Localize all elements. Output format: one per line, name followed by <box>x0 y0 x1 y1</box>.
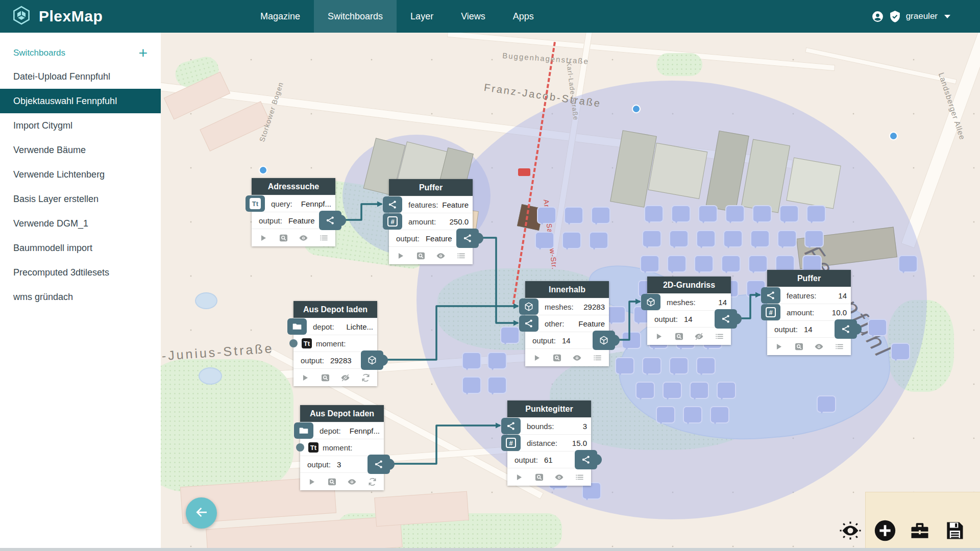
map-marker[interactable] <box>644 205 664 222</box>
play-button[interactable] <box>258 233 268 243</box>
input-port[interactable] <box>289 339 298 347</box>
map-marker[interactable] <box>667 255 687 272</box>
map-marker[interactable] <box>462 377 481 394</box>
input-port[interactable] <box>761 287 780 304</box>
map-marker[interactable] <box>898 255 918 272</box>
search-button[interactable] <box>327 477 337 487</box>
map-marker[interactable] <box>615 357 634 374</box>
input-port[interactable] <box>519 315 538 332</box>
brand[interactable]: PlexMap <box>0 0 161 33</box>
search-button[interactable] <box>534 472 544 482</box>
input-port[interactable]: # <box>383 213 402 230</box>
map-marker[interactable] <box>725 205 745 222</box>
input-port[interactable] <box>519 298 538 315</box>
map-marker[interactable] <box>694 255 714 272</box>
output-port[interactable] <box>319 211 341 230</box>
input-port[interactable]: # <box>501 435 521 451</box>
map-marker[interactable] <box>748 255 768 272</box>
sidebar-item-basis-layer-erstellen[interactable]: Basis Layer erstellen <box>0 187 161 211</box>
input-port[interactable] <box>294 422 313 439</box>
node-param-row[interactable]: depot:Lichte... <box>293 318 377 335</box>
sidebar-item-datei-upload-fennpfuhl[interactable]: Datei-Upload Fennpfuhl <box>0 64 161 89</box>
refresh-button[interactable] <box>361 373 371 383</box>
play-button[interactable] <box>396 251 405 261</box>
map-marker[interactable] <box>537 207 556 224</box>
eye-off-button[interactable] <box>340 373 350 383</box>
nav-tab-views[interactable]: Views <box>447 0 499 33</box>
node-param-row[interactable]: depot:Fennpf... <box>300 422 384 439</box>
node-param-row[interactable]: features:14 <box>767 287 851 304</box>
node-title[interactable]: Puffer <box>389 179 473 196</box>
node-output-row[interactable]: output:14 <box>647 310 731 327</box>
toolbox-button[interactable] <box>908 518 932 543</box>
node-title[interactable]: Puffer <box>767 270 851 287</box>
play-button[interactable] <box>300 373 310 383</box>
node-title[interactable]: Adresssuche <box>252 178 335 195</box>
nav-tab-apps[interactable]: Apps <box>499 0 548 33</box>
eye-button[interactable] <box>299 233 308 243</box>
sidebar-item-wms-gr-ndach[interactable]: wms gründach <box>0 285 161 309</box>
node-title[interactable]: Innerhalb <box>525 281 609 298</box>
sidebar-item-precomputed-3dtilesets[interactable]: Precomputed 3dtilesets <box>0 260 161 285</box>
map-marker[interactable] <box>462 352 481 369</box>
add-switchboard-button[interactable]: + <box>138 48 148 58</box>
nav-tab-switchboards[interactable]: Switchboards <box>314 0 397 33</box>
node-output-row[interactable]: output:14 <box>525 332 609 348</box>
play-button[interactable] <box>532 353 542 363</box>
map-marker[interactable] <box>591 207 610 224</box>
input-port[interactable]: Tt <box>246 195 265 212</box>
node-title[interactable]: 2D-Grundriss <box>647 277 731 293</box>
sidebar-item-verwende-lichtenberg[interactable]: Verwende Lichtenberg <box>0 162 161 187</box>
output-port[interactable] <box>456 229 479 248</box>
map-marker[interactable] <box>750 230 770 247</box>
map-marker[interactable] <box>606 306 626 323</box>
map-marker[interactable] <box>622 332 641 349</box>
map-marker[interactable] <box>698 205 718 222</box>
output-port[interactable] <box>715 309 737 329</box>
map-marker[interactable] <box>669 357 689 374</box>
eye-off-button[interactable] <box>694 332 704 341</box>
play-button[interactable] <box>654 332 664 341</box>
output-port[interactable] <box>368 455 390 474</box>
eye-button[interactable] <box>572 353 582 363</box>
save-button[interactable] <box>942 518 967 543</box>
map-marker[interactable] <box>487 352 507 369</box>
map-marker[interactable] <box>663 382 682 399</box>
map-marker[interactable] <box>640 255 659 272</box>
map-marker[interactable] <box>891 343 910 360</box>
map-marker[interactable] <box>710 406 729 423</box>
play-button[interactable] <box>774 342 783 352</box>
output-port[interactable] <box>593 331 615 350</box>
input-port[interactable]: # <box>761 304 780 320</box>
nav-tab-layer[interactable]: Layer <box>397 0 447 33</box>
map-marker[interactable] <box>868 319 887 336</box>
list-button[interactable] <box>835 342 844 352</box>
map-marker[interactable] <box>589 232 608 249</box>
output-port[interactable] <box>575 450 597 469</box>
map-marker[interactable] <box>779 205 799 222</box>
node-output-row[interactable]: output:Feature <box>389 230 473 246</box>
node-param-row[interactable]: #distance:15.0 <box>507 434 591 451</box>
node-param-row[interactable]: features:Feature <box>389 196 473 213</box>
sidebar-item-baummodell-import[interactable]: Baummodell import <box>0 236 161 260</box>
map-marker[interactable] <box>817 395 836 413</box>
eye-rays-button[interactable] <box>838 518 863 543</box>
input-port[interactable] <box>287 318 307 335</box>
node-title[interactable]: Aus Depot laden <box>293 301 377 318</box>
play-button[interactable] <box>307 477 316 487</box>
node-output-row[interactable]: output:Feature <box>252 212 335 229</box>
output-port[interactable] <box>835 319 857 339</box>
sidebar-item-verwende-b-ume[interactable]: Verwende Bäume <box>0 138 161 162</box>
list-button[interactable] <box>575 472 584 482</box>
search-button[interactable] <box>552 353 562 363</box>
node-title[interactable]: Aus Depot laden <box>300 405 384 422</box>
eye-button[interactable] <box>554 472 564 482</box>
plus-circle-button[interactable] <box>873 518 897 543</box>
node-param-row[interactable]: Ttquery:Fennpf... <box>252 195 335 212</box>
search-button[interactable] <box>416 251 426 261</box>
eye-button[interactable] <box>814 342 824 352</box>
search-button[interactable] <box>794 342 804 352</box>
map-marker[interactable] <box>669 230 689 247</box>
map-marker[interactable] <box>500 327 520 344</box>
map-marker[interactable] <box>777 230 797 247</box>
